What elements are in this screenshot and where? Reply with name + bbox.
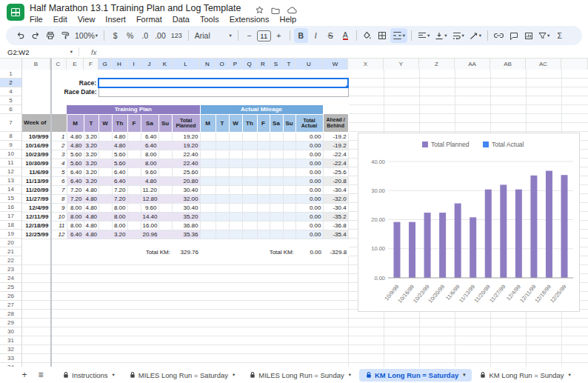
total-planned-cell[interactable]: 20.80 bbox=[172, 176, 200, 185]
planned-cell[interactable]: 20.96 bbox=[141, 230, 158, 239]
row-header-28[interactable]: 28 bbox=[0, 310, 22, 319]
planned-cell[interactable] bbox=[127, 221, 141, 230]
actual-cell[interactable] bbox=[242, 167, 257, 176]
actual-cell[interactable] bbox=[270, 150, 283, 159]
row-header-7[interactable]: 7 bbox=[0, 114, 22, 132]
font-size-input[interactable]: 11 bbox=[257, 30, 271, 41]
column-header-W[interactable]: W bbox=[323, 59, 348, 70]
actual-cell[interactable] bbox=[270, 185, 283, 194]
row-header-27[interactable]: 27 bbox=[0, 301, 22, 310]
tab-menu-caret[interactable]: ▾ bbox=[463, 372, 465, 378]
cell[interactable] bbox=[22, 79, 50, 87]
planned-cell[interactable]: 4.80 bbox=[84, 185, 98, 194]
planned-cell[interactable]: 7.20 bbox=[67, 185, 84, 194]
menu-extensions[interactable]: Extensions bbox=[224, 14, 275, 24]
week-number-cell[interactable]: 9 bbox=[50, 203, 67, 212]
ahead-behind-cell[interactable]: -32.0 bbox=[323, 194, 348, 203]
total-planned-cell[interactable]: 19.20 bbox=[172, 141, 200, 150]
ahead-behind-cell[interactable]: -19.2 bbox=[323, 132, 348, 141]
total-actual-cell[interactable]: 0.00 bbox=[295, 176, 323, 185]
actual-cell[interactable] bbox=[229, 176, 242, 185]
cell[interactable] bbox=[323, 105, 348, 114]
row-header-8[interactable]: 8 bbox=[0, 132, 22, 141]
ahead-behind-cell[interactable]: -36.8 bbox=[323, 221, 348, 230]
cell[interactable] bbox=[50, 105, 67, 114]
actual-cell[interactable] bbox=[283, 221, 295, 230]
row-header-29[interactable]: 29 bbox=[0, 319, 22, 327]
actual-cell[interactable] bbox=[216, 194, 229, 203]
row-header-4[interactable]: 4 bbox=[0, 87, 22, 96]
planned-cell[interactable]: 5.60 bbox=[67, 159, 84, 167]
actual-cell[interactable] bbox=[257, 176, 270, 185]
cell[interactable] bbox=[22, 247, 50, 256]
total-planned-cell[interactable]: 22.40 bbox=[172, 150, 200, 159]
planned-cell[interactable]: 6.40 bbox=[67, 167, 84, 176]
row-header-21[interactable]: 21 bbox=[0, 247, 22, 256]
actual-cell[interactable] bbox=[216, 150, 229, 159]
add-sheet-button[interactable]: + bbox=[18, 368, 31, 382]
actual-cell[interactable] bbox=[229, 230, 242, 239]
total-planned-cell[interactable]: 35.36 bbox=[172, 230, 200, 239]
actual-cell[interactable] bbox=[200, 132, 216, 141]
actual-cell[interactable] bbox=[200, 203, 216, 212]
column-header-T[interactable]: T bbox=[283, 59, 295, 70]
column-header-L[interactable]: L bbox=[172, 59, 200, 70]
actual-cell[interactable] bbox=[257, 212, 270, 221]
total-actual-cell[interactable]: 0.00 bbox=[295, 159, 323, 167]
menu-edit[interactable]: Edit bbox=[48, 14, 73, 24]
actual-cell[interactable] bbox=[270, 221, 283, 230]
planned-cell[interactable] bbox=[98, 185, 112, 194]
planned-cell[interactable]: 3.20 bbox=[112, 230, 127, 239]
column-header-H[interactable]: H bbox=[112, 59, 127, 70]
week-number-cell[interactable]: 6 bbox=[50, 176, 67, 185]
select-all-corner[interactable] bbox=[0, 59, 22, 70]
planned-cell[interactable] bbox=[127, 203, 141, 212]
column-header-AB[interactable]: AB bbox=[490, 59, 526, 70]
total-planned-cell[interactable]: 30.40 bbox=[172, 185, 200, 194]
actual-cell[interactable] bbox=[242, 141, 257, 150]
column-header-S[interactable]: S bbox=[270, 59, 283, 70]
planned-cell[interactable] bbox=[98, 150, 112, 159]
planned-cell[interactable]: 6.40 bbox=[112, 167, 127, 176]
planned-cell[interactable] bbox=[158, 230, 172, 239]
row-header-25[interactable]: 25 bbox=[0, 283, 22, 292]
planned-cell[interactable] bbox=[98, 159, 112, 167]
actual-cell[interactable] bbox=[229, 203, 242, 212]
week-of-cell[interactable]: 10/23/99 bbox=[22, 150, 50, 159]
column-header-J[interactable]: J bbox=[141, 59, 158, 70]
planned-cell[interactable]: 16.00 bbox=[141, 221, 158, 230]
more-formats-button[interactable]: 123 bbox=[169, 28, 184, 43]
menu-insert[interactable]: Insert bbox=[100, 14, 131, 24]
ahead-behind-cell[interactable]: -30.4 bbox=[323, 185, 348, 194]
sheet-tab[interactable]: MILES Long Run = Saturday▾ bbox=[123, 369, 241, 382]
actual-cell[interactable] bbox=[257, 150, 270, 159]
total-actual-cell[interactable]: 0.00 bbox=[295, 221, 323, 230]
insert-link-button[interactable] bbox=[492, 28, 506, 43]
actual-cell[interactable] bbox=[229, 141, 242, 150]
planned-cell[interactable]: 6.40 bbox=[141, 132, 158, 141]
planned-cell[interactable] bbox=[98, 176, 112, 185]
print-button[interactable] bbox=[43, 28, 57, 43]
sheets-logo-icon[interactable] bbox=[7, 4, 24, 21]
tab-menu-caret[interactable]: ▾ bbox=[113, 372, 115, 378]
fill-color-button[interactable] bbox=[361, 28, 375, 43]
planned-cell[interactable]: 14.40 bbox=[141, 212, 158, 221]
vertical-align-button[interactable]: ▾ bbox=[432, 28, 449, 43]
horizontal-align-button[interactable]: ▾ bbox=[415, 28, 432, 43]
increase-decimal-button[interactable]: .00 bbox=[153, 28, 168, 43]
column-header-I[interactable]: I bbox=[127, 59, 141, 70]
actual-cell[interactable] bbox=[283, 176, 295, 185]
planned-cell[interactable]: 6.40 bbox=[67, 176, 84, 185]
actual-cell[interactable] bbox=[270, 132, 283, 141]
week-of-cell[interactable]: 11/27/99 bbox=[22, 194, 50, 203]
total-planned-cell[interactable]: 32.00 bbox=[172, 194, 200, 203]
total-km-ahead-behind-value[interactable]: -329.8 bbox=[323, 247, 348, 256]
column-header-O[interactable]: O bbox=[216, 59, 229, 70]
planned-cell[interactable] bbox=[127, 194, 141, 203]
planned-cell[interactable] bbox=[98, 141, 112, 150]
actual-cell[interactable] bbox=[200, 150, 216, 159]
format-currency-button[interactable]: $ bbox=[108, 28, 122, 43]
column-header-Z[interactable]: Z bbox=[419, 59, 455, 70]
planned-cell[interactable]: 4.80 bbox=[112, 141, 127, 150]
actual-cell[interactable] bbox=[200, 230, 216, 239]
